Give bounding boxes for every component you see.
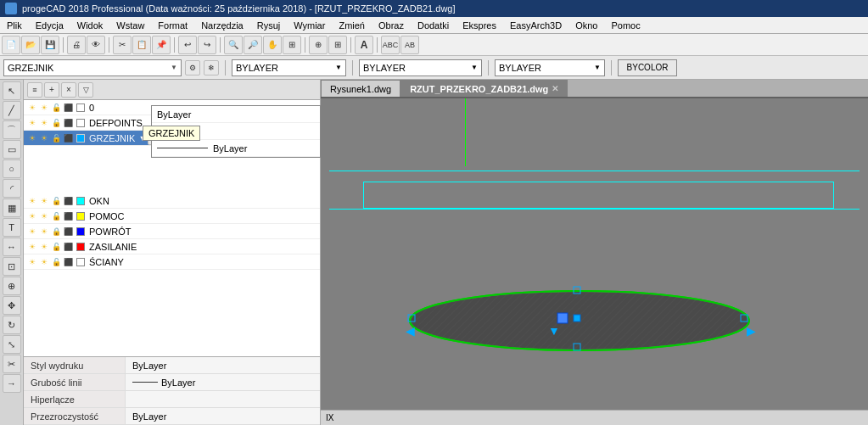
menu-dodatki[interactable]: Dodatki xyxy=(411,19,456,32)
lt-rotate[interactable]: ↻ xyxy=(3,316,21,334)
bycolor-box[interactable]: BYCOLOR xyxy=(618,59,677,76)
layerbar: GRZEJNIK ▼ ⚙ ❄ BYLAYER ▼ BYLAYER ▼ BYLAY… xyxy=(0,56,868,80)
sep5 xyxy=(305,37,305,53)
tb-redo[interactable]: ↪ xyxy=(198,36,216,54)
prop-label-styl: Styl wydruku xyxy=(24,357,126,373)
tb-text[interactable]: A xyxy=(355,36,373,54)
lt-rect[interactable]: ▭ xyxy=(3,140,21,159)
lt-arc[interactable]: ◜ xyxy=(3,179,21,198)
layer-name-sci: ŚCIANY xyxy=(89,257,124,267)
layer-add-btn[interactable]: + xyxy=(44,82,59,98)
linetype-arrow-icon: ▼ xyxy=(471,64,478,71)
layer-print-icon-pom: ⬛ xyxy=(63,211,73,221)
left-panel: ≡ + × ▽ ☀ ☀ 🔓 ⬛ 0 ☀ ☀ xyxy=(24,80,321,425)
layer-dropdown[interactable]: GRZEJNIK ▼ xyxy=(3,59,182,76)
menu-rysuj[interactable]: Rysuj xyxy=(250,19,288,32)
layer-row-sciany[interactable]: ☀ ☀ 🔓 ⬛ ŚCIANY xyxy=(24,254,320,270)
menu-format[interactable]: Format xyxy=(151,19,194,32)
dp-row-bylayer1[interactable]: ByLayer xyxy=(152,106,320,123)
tb-print[interactable]: 🖨 xyxy=(67,36,86,54)
layer-filter-btn[interactable]: ▽ xyxy=(78,82,93,98)
prop-value-styl[interactable]: ByLayer xyxy=(126,361,320,371)
tab-rzut[interactable]: RZUT_PRZEKRO_ZADB21.dwg ✕ xyxy=(400,80,568,97)
tb-paste[interactable]: 📌 xyxy=(152,36,171,54)
layer-row-zasilanie[interactable]: ☀ ☀ 🔓 ⬛ ZASILANIE xyxy=(24,239,320,254)
layer-sun2-icon-0: ☀ xyxy=(39,103,49,113)
prop-value-grub[interactable]: ByLayer xyxy=(126,377,320,388)
menu-wymiar[interactable]: Wymiar xyxy=(287,19,332,32)
layer-row-pomoc[interactable]: ☀ ☀ 🔓 ⬛ POMOC xyxy=(24,209,320,224)
lt-dim[interactable]: ↔ xyxy=(3,238,21,256)
menu-pomoc[interactable]: Pomoc xyxy=(604,19,647,32)
layer-print-icon-sci: ⬛ xyxy=(63,257,73,267)
layer-sun-icon-def: ☀ xyxy=(27,118,37,128)
layer-row-okn[interactable]: ☀ ☀ 🔓 ⬛ OKN xyxy=(24,193,320,209)
tb-open[interactable]: 📂 xyxy=(21,36,40,54)
layer-mgr-btn[interactable]: ≡ xyxy=(27,82,42,98)
lt-block[interactable]: ⊡ xyxy=(3,257,21,276)
lt-trim[interactable]: ✂ xyxy=(3,355,21,373)
color-dropdown[interactable]: BYLAYER ▼ xyxy=(232,59,346,76)
layer-print-icon-pow: ⬛ xyxy=(63,226,73,237)
lineweight-dropdown[interactable]: BYLAYER ▼ xyxy=(495,59,605,76)
tooltip-text: GRZEJNIK xyxy=(148,128,194,138)
drawing-canvas[interactable]: ◀ ▼ ▶ xyxy=(321,98,868,410)
draw-rect-wall xyxy=(363,182,834,209)
tab-close-rzut[interactable]: ✕ xyxy=(552,84,558,93)
lt-scale[interactable]: ⤡ xyxy=(3,335,21,354)
layer-settings-btn[interactable]: ⚙ xyxy=(185,60,200,75)
tb-abc2[interactable]: AB xyxy=(400,36,419,54)
prop-value-trans[interactable]: ByLayer xyxy=(126,411,320,422)
layer-sun2-icon-def: ☀ xyxy=(39,118,49,128)
lt-circle[interactable]: ○ xyxy=(3,159,21,178)
tb-grid[interactable]: ⊞ xyxy=(328,36,347,54)
linetype-dropdown[interactable]: BYLAYER ▼ xyxy=(359,59,482,76)
sep8 xyxy=(225,60,226,75)
tab-rysunek1[interactable]: Rysunek1.dwg xyxy=(321,80,400,97)
tb-save[interactable]: 💾 xyxy=(41,36,59,54)
menu-widok[interactable]: Widok xyxy=(70,19,110,32)
layer-lock-icon-pom: 🔓 xyxy=(51,211,61,221)
tb-zoom-in[interactable]: 🔍 xyxy=(224,36,243,54)
layer-sun2-icon-pom: ☀ xyxy=(39,211,49,221)
layer-del-btn[interactable]: × xyxy=(61,82,76,98)
menu-narzedzia[interactable]: Narzędzia xyxy=(194,19,250,32)
menu-wstaw[interactable]: Wstaw xyxy=(109,19,151,32)
tb-copy[interactable]: 📋 xyxy=(132,36,151,54)
menu-ekspres[interactable]: Ekspres xyxy=(456,19,503,32)
layer-sun-icon-zas: ☀ xyxy=(27,242,37,252)
lt-select[interactable]: ↖ xyxy=(3,81,21,100)
left-toolbar: ↖ ╱ ⌒ ▭ ○ ◜ ▦ T ↔ ⊡ ⊕ ✥ ↻ ⤡ ✂ → xyxy=(0,80,24,425)
menu-obraz[interactable]: Obraz xyxy=(372,19,411,32)
menu-okno[interactable]: Okno xyxy=(568,19,604,32)
menu-plik[interactable]: Plik xyxy=(0,19,29,32)
lt-move[interactable]: ✥ xyxy=(3,296,21,315)
layer-row-powrot[interactable]: ☀ ☀ 🔒 ⬛ POWRÓT xyxy=(24,224,320,239)
lt-extend[interactable]: → xyxy=(3,374,21,393)
lt-snap2[interactable]: ⊕ xyxy=(3,277,21,295)
dp-row-bylayer2[interactable]: ByLayer xyxy=(152,140,320,157)
lt-hatch[interactable]: ▦ xyxy=(3,199,21,217)
tb-zoom-out[interactable]: 🔎 xyxy=(244,36,262,54)
layer-color-zas xyxy=(76,243,85,251)
tb-extent[interactable]: ⊞ xyxy=(283,36,301,54)
tb-spell[interactable]: ABC xyxy=(381,36,400,54)
lt-line[interactable]: ╱ xyxy=(3,101,21,120)
menu-easyarch3d[interactable]: EasyArch3D xyxy=(503,19,568,32)
tb-pan[interactable]: ✋ xyxy=(263,36,282,54)
layer-color-okn xyxy=(76,197,85,205)
line-sample xyxy=(157,148,208,148)
menu-zmien[interactable]: Zmień xyxy=(332,19,372,32)
tb-snap[interactable]: ⊕ xyxy=(309,36,328,54)
lt-polyline[interactable]: ⌒ xyxy=(3,120,21,139)
sep9 xyxy=(352,60,353,75)
tb-new[interactable]: 📄 xyxy=(2,36,20,54)
lt-text[interactable]: T xyxy=(3,218,21,237)
layer-freeze-btn[interactable]: ❄ xyxy=(204,60,219,75)
menu-edycja[interactable]: Edycja xyxy=(29,19,70,32)
tb-cut[interactable]: ✂ xyxy=(113,36,132,54)
tb-preview[interactable]: 👁 xyxy=(87,36,105,54)
svg-rect-8 xyxy=(574,315,580,322)
radiator-svg xyxy=(389,282,770,359)
tb-undo[interactable]: ↩ xyxy=(178,36,197,54)
